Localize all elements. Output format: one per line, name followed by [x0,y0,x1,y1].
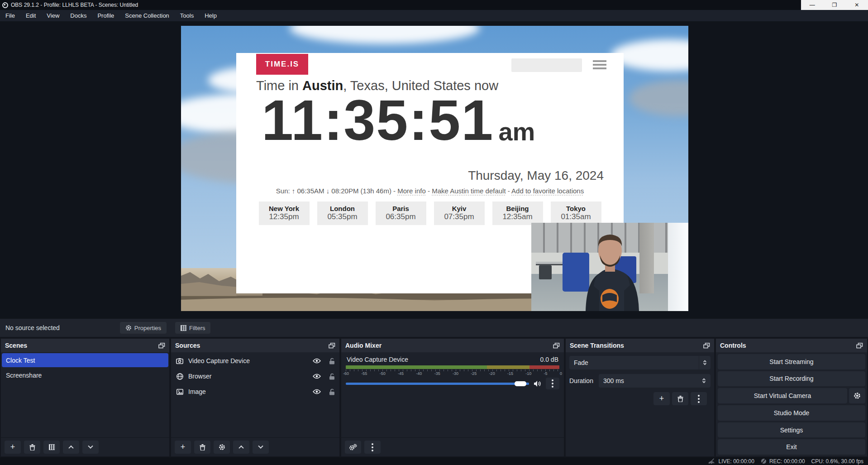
scene-item-screenshare[interactable]: Screenshare [2,368,168,382]
date-display: Thursday, May 16, 2024 [468,168,604,183]
close-button[interactable]: ✕ [846,0,868,10]
clock-time: 11:35:51 [262,92,494,149]
window-controls: — ❐ ✕ [801,0,868,10]
settings-button[interactable]: Settings [718,422,865,438]
move-scene-down-button[interactable] [82,441,99,454]
menu-view[interactable]: View [41,10,65,21]
timeis-logo[interactable]: TIME.IS [256,54,308,75]
city-box[interactable]: New York 12:35pm [259,201,310,225]
make-default-link[interactable]: Make Austin time default [432,187,506,195]
transition-menu-button[interactable] [691,392,707,405]
popout-icon[interactable] [553,343,560,349]
restore-button[interactable]: ❐ [823,0,845,10]
properties-button[interactable]: Properties [120,322,167,334]
minimize-button[interactable]: — [801,0,823,10]
transition-select[interactable]: Fade [569,356,711,369]
duration-spinbox[interactable]: 300 ms [599,374,711,388]
volume-slider[interactable] [346,383,529,385]
city-box[interactable]: Beijing 12:35am [492,201,543,225]
move-source-down-button[interactable] [253,441,269,454]
menu-scene-collection[interactable]: Scene Collection [119,10,175,21]
popout-icon[interactable] [856,343,863,349]
duration-label: Duration [569,377,593,384]
dock-panels: Scenes Clock Test Screenshare + [0,337,868,457]
add-source-button[interactable]: + [175,441,191,454]
add-scene-button[interactable]: + [5,441,21,454]
mixer-menu-button[interactable] [364,441,381,454]
menu-file[interactable]: File [0,10,20,21]
popout-icon[interactable] [703,343,710,349]
status-bar: LIVE: 00:00:00 REC: 00:00:00 CPU: 0.6%, … [0,457,868,465]
trash-icon [29,444,35,451]
lock-open-icon[interactable] [329,373,335,380]
mixer-channel-menu-button[interactable] [546,378,559,389]
visibility-eye-icon[interactable] [313,374,321,379]
scenes-panel: Scenes Clock Test Screenshare + [1,339,169,456]
source-item-video-capture[interactable]: Video Capture Device [171,354,339,368]
hamburger-menu-icon[interactable] [593,60,606,71]
globe-icon [176,373,183,380]
move-scene-up-button[interactable] [63,441,79,454]
transition-select-spinner[interactable] [699,356,711,369]
menu-help[interactable]: Help [199,10,222,21]
volume-slider-handle[interactable] [515,381,526,386]
menu-profile[interactable]: Profile [92,10,119,21]
remove-transition-button[interactable] [672,392,688,405]
sources-list: Video Capture Device [171,352,339,437]
webcam-source[interactable] [531,223,688,311]
exit-button[interactable]: Exit [718,439,865,455]
filters-button[interactable]: Filters [175,322,210,334]
city-box[interactable]: Kyiv 07:35pm [434,201,485,225]
city-box[interactable]: London 05:35pm [317,201,368,225]
city-box[interactable]: Paris 06:35pm [376,201,426,225]
preview-canvas[interactable]: TIME.IS Time in Austin, Texas, United St… [181,26,688,311]
visibility-eye-icon[interactable] [313,358,321,364]
menu-tools[interactable]: Tools [175,10,199,21]
duration-spinner[interactable] [700,378,711,384]
popout-icon[interactable] [158,343,165,349]
studio-mode-button[interactable]: Studio Mode [718,405,865,421]
search-input[interactable] [511,58,582,72]
add-favorite-link[interactable]: Add to favorite locations [511,187,584,195]
scene-filters-button[interactable] [43,441,60,454]
scenes-header: Scenes [1,339,169,352]
start-streaming-button[interactable]: Start Streaming [718,354,865,369]
start-recording-button[interactable]: Start Recording [718,371,865,387]
audio-mixer-body: Video Capture Device 0.0 dB -60 -55 -50 … [341,352,564,437]
virtual-camera-config-button[interactable] [849,388,865,403]
speaker-icon[interactable] [534,380,541,387]
volume-meter [346,365,559,369]
source-item-image[interactable]: Image [171,385,339,398]
source-item-browser[interactable]: Browser [171,369,339,383]
lock-open-icon[interactable] [329,388,335,395]
source-properties-button[interactable] [214,441,230,454]
gear-icon [125,325,132,331]
menu-edit[interactable]: Edit [20,10,41,21]
menu-docks[interactable]: Docks [65,10,92,21]
visibility-eye-icon[interactable] [313,389,321,394]
scene-transitions-header: Scene Transitions [566,339,714,352]
trash-icon [200,444,205,451]
start-virtual-camera-button[interactable]: Start Virtual Camera [718,388,847,403]
remove-scene-button[interactable] [24,441,40,454]
sun-info-line: Sun: ↑ 06:35AM ↓ 08:20PM (13h 46m) - Mor… [236,187,624,195]
controls-panel: Controls Start Streaming Start Recording… [716,339,867,456]
cloud [290,26,480,44]
advanced-audio-properties-button[interactable] [345,441,361,454]
city-box[interactable]: Tokyo 01:35am [551,201,601,225]
controls-body: Start Streaming Start Recording Start Vi… [716,352,867,456]
filters-icon [181,325,186,331]
selected-source-toolbar: No source selected Properties Filters [0,319,868,337]
obs-logo-icon [2,2,8,8]
kebab-icon [372,443,373,451]
remove-source-button[interactable] [194,441,210,454]
add-transition-button[interactable]: + [653,392,670,405]
scene-item-clock-test[interactable]: Clock Test [2,353,168,367]
scene-transitions-body: Fade Duration 300 ms + [566,352,714,456]
more-info-link[interactable]: More info [397,187,426,195]
popout-icon[interactable] [329,343,335,349]
mixer-level-db: 0.0 dB [540,356,558,363]
lock-open-icon[interactable] [329,358,335,364]
filters-icon [49,444,55,450]
move-source-up-button[interactable] [233,441,249,454]
